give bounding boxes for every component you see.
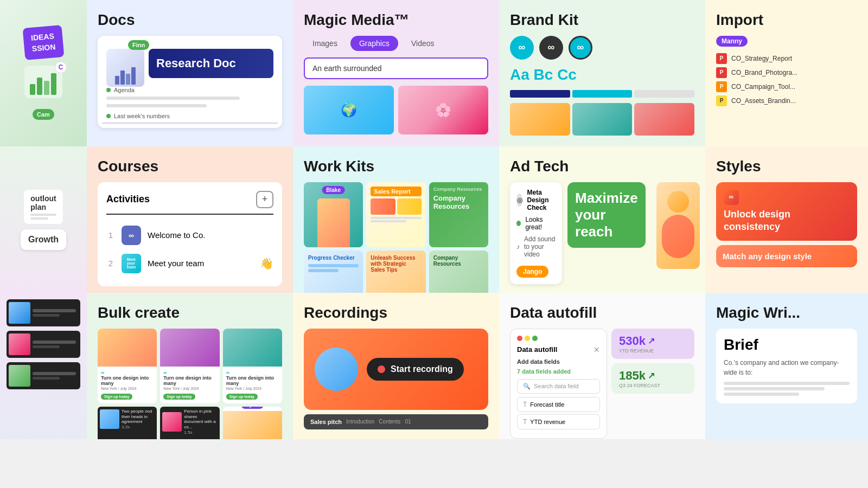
mm-tabs: Images Graphics Videos [304, 36, 488, 51]
docs-title: Docs [98, 11, 282, 29]
progress-checker-card: Progress Checker [304, 251, 363, 293]
da-search-field[interactable]: 🔍 Search data field [517, 379, 600, 394]
mw-brief-text: Co.'s company and action we company-wide… [724, 358, 850, 377]
pitch-contents: Contents [379, 419, 400, 425]
bulk-create-title: Bulk create [98, 304, 282, 322]
activities-title: Activities [106, 194, 150, 205]
activity-thumb-2: Meetyourteam [122, 254, 141, 273]
da-window-dots [517, 336, 600, 341]
activity-item-1[interactable]: 1 ∞ Welcome to Co. [106, 221, 273, 249]
bulk-card-4: Dylan Turn one design into many [223, 407, 282, 439]
import-file-4: P CO_Assets_Brandin... [716, 95, 857, 106]
mm-tab-images[interactable]: Images [304, 36, 346, 51]
recordings-title: Recordings [304, 304, 488, 322]
magic-media-title: Magic Media™ [304, 11, 488, 29]
da-panel: Data autofill ✕ Add data fields 7 data f… [510, 329, 607, 439]
bk-type-preview: Aa Bc Cc [510, 66, 694, 84]
rec-avatar [315, 348, 358, 391]
brand-kit-title: Brand Kit [510, 11, 694, 29]
da-fields-added: 7 data fields added [517, 368, 600, 375]
bulk-create-cell: Bulk create ∞ Turn one design into many … [87, 293, 293, 439]
unleash-success-card: Unleash Success with Strategic Sales Tip… [366, 251, 425, 293]
bk-logo-2: ∞ [539, 36, 563, 60]
da-close-button[interactable]: ✕ [593, 345, 600, 354]
bk-logos: ∞ ∞ ∞ [510, 36, 694, 60]
ad-tech-cell: Ad Tech ◎ Meta Design Check Looks great!… [499, 146, 705, 293]
growth-label: Growth [21, 229, 66, 250]
import-user-badge: Manny [716, 36, 748, 47]
recordings-main-area: Start recording [304, 329, 488, 410]
dylan-badge: Dylan [241, 407, 264, 409]
ideas-box: IDEASSSION [23, 25, 64, 60]
bk-photo-1 [510, 103, 570, 136]
styles-content: ∞ Unlock design consistency Match any de… [716, 182, 857, 268]
finn-badge: Finn [128, 40, 149, 50]
bk-logo-3: ∞ [569, 36, 592, 60]
import-cell: Import Manny P CO_Strategy_Report P CO_B… [705, 0, 868, 146]
activity-num-2: 2 [106, 259, 115, 268]
docs-meta: Agenda Last week's numbers [106, 87, 273, 119]
import-title: Import [716, 11, 857, 29]
styles-cell: Styles ∞ Unlock design consistency Match… [705, 146, 868, 293]
activity-item-2[interactable]: 2 Meetyourteam Meet your team 👋 [106, 249, 273, 278]
activity-label-2: Meet your team [148, 259, 253, 268]
import-files: P CO_Strategy_Report P CO_Brand_Photogra… [716, 53, 857, 106]
docs-card: Finn Research Doc Agenda Last week's nu [98, 36, 282, 128]
import-file-3: P CO_Campaign_Tool... [716, 81, 857, 92]
mw-brief-panel: Brief Co.'s company and action we compan… [716, 329, 857, 403]
import-file-2: P CO_Brand_Photogra... [716, 67, 857, 78]
da-field-type-icon-2: T [523, 418, 527, 426]
file-icon-orange: P [716, 81, 727, 92]
file-icon-red-2: P [716, 67, 727, 78]
pitch-number: 01 [405, 419, 411, 425]
mm-tab-graphics[interactable]: Graphics [350, 36, 398, 51]
start-recording-button[interactable]: Start recording [367, 358, 464, 381]
magic-write-title: Magic Wri... [716, 304, 857, 322]
styles-unlock-card: ∞ Unlock design consistency [716, 182, 857, 241]
courses-activities-panel: Activities + 1 ∞ Welcome to Co. 2 Meetyo… [98, 182, 282, 286]
company-resources-card-1: Company Resources Company Resources [429, 182, 488, 247]
bulk-card-3: ∞ Turn one design into many New York / J… [223, 329, 282, 404]
bk-photo-3 [634, 103, 694, 136]
styles-title: Styles [716, 157, 857, 176]
bulk-card-1: ∞ Turn one design into many New York / J… [98, 329, 157, 404]
bk-logo-1: ∞ [510, 36, 534, 60]
bk-photos [510, 103, 694, 136]
adtech-meta-icon: ◎ [516, 194, 522, 207]
styles-match-card: Match any design style [716, 245, 857, 267]
pitch-introduction: Introduction [346, 419, 374, 425]
adtech-person-image [656, 182, 700, 269]
rec-dot-icon [378, 365, 385, 373]
da-search-icon: 🔍 [523, 383, 531, 390]
mm-tab-videos[interactable]: Videos [403, 36, 443, 51]
data-autofill-cell: Data autofill Data autofill ✕ Add data f… [499, 293, 705, 439]
adtech-music-icon: ♪ [516, 243, 520, 251]
mm-flowers-image: 🌸 [398, 86, 488, 134]
da-panel-title: Data autofill [517, 345, 557, 354]
work-kits-title: Work Kits [304, 157, 488, 176]
adtech-check-card: ◎ Meta Design Check Looks great! ♪ Add s… [510, 182, 562, 284]
bk-photo-2 [572, 103, 633, 136]
activities-plus-button[interactable]: + [256, 191, 273, 208]
cam-badge: Cam [33, 109, 54, 120]
da-field-type-icon: T [523, 401, 527, 408]
docs-cell: Docs Finn Research Doc Agenda [87, 0, 293, 146]
da-add-fields-label: Add data fields [517, 358, 600, 365]
magic-write-cell: Magic Wri... Brief Co.'s company and act… [705, 293, 868, 439]
docs-card-header: Research Doc [149, 49, 273, 78]
file-icon-yellow: P [716, 95, 727, 106]
magic-media-cell: Magic Media™ Images Graphics Videos 🌍 🌸 [293, 0, 499, 146]
wk-content: Blake Sales Report Company Resources Com… [304, 182, 488, 280]
adtech-green-dot [516, 221, 521, 226]
recordings-cell: Recordings Start recording Sales pitch I… [293, 293, 499, 439]
da-field-1[interactable]: T Forecast title [517, 397, 600, 412]
da-field-2[interactable]: T YTD revenue [517, 414, 600, 429]
work-kits-cell: Work Kits Blake Sales Report [293, 146, 499, 293]
adtech-maximize-banner: Maximize your reach [567, 182, 646, 248]
mw-brief-heading: Brief [724, 336, 850, 354]
import-file-1: P CO_Strategy_Report [716, 53, 857, 64]
bulk-video-2: Person in pink shares document with a co… [160, 407, 219, 439]
file-icon-red: P [716, 53, 727, 64]
da-stat-1: 530k ↗ YTD REVENUE [611, 329, 694, 359]
mm-search-input[interactable] [304, 57, 488, 79]
